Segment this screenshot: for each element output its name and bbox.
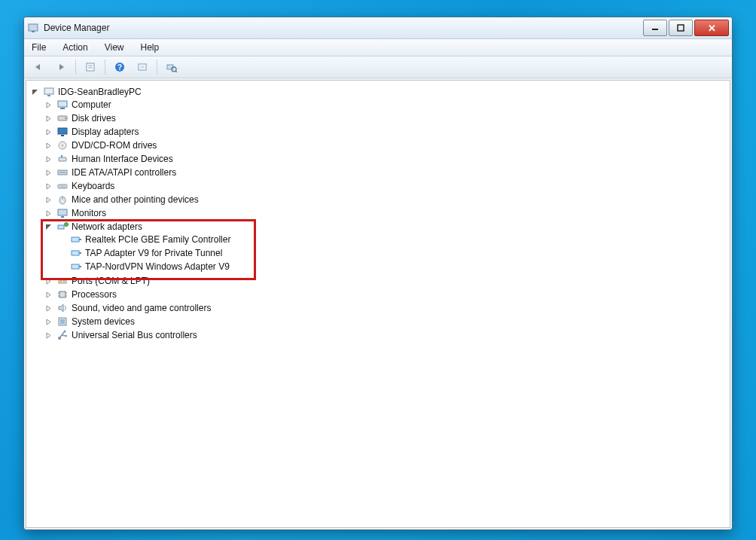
- tree-expander-icon[interactable]: [44, 291, 52, 298]
- tree-node-label: IDE ATA/ATAPI controllers: [72, 167, 176, 178]
- toolbar-back-button[interactable]: [29, 58, 48, 76]
- tree-node-label: Processors: [72, 289, 117, 300]
- tree-category-node[interactable]: Disk drives: [44, 112, 727, 124]
- close-button[interactable]: ✕: [694, 20, 729, 36]
- toolbar: ?: [24, 56, 732, 78]
- tree-node-label: Ports (COM & LPT): [72, 276, 150, 286]
- network-adapter-icon: [70, 247, 82, 259]
- tree-node-label: Realtek PCIe GBE Family Controller: [85, 234, 230, 245]
- svg-line-56: [62, 335, 66, 336]
- tree-node-label: TAP Adapter V9 for Private Tunnel: [85, 248, 222, 258]
- svg-rect-0: [29, 24, 38, 31]
- tree-device-node[interactable]: TAP Adapter V9 for Private Tunnel: [58, 247, 727, 259]
- tree-expander-icon[interactable]: [44, 304, 52, 312]
- tree-expander-icon[interactable]: [44, 142, 52, 149]
- network-adapter-icon: [70, 233, 82, 246]
- svg-rect-16: [58, 101, 67, 107]
- tree-expander-icon[interactable]: [44, 277, 52, 285]
- menubar: File Action View Help: [24, 39, 732, 56]
- svg-line-13: [175, 71, 177, 72]
- menu-help[interactable]: Help: [138, 41, 163, 54]
- computer-icon: [43, 86, 55, 98]
- tree-expander-icon[interactable]: [44, 318, 52, 325]
- maximize-button[interactable]: [669, 20, 693, 36]
- tree-category-node[interactable]: IDE ATA/ATAPI controllers: [44, 166, 727, 178]
- tree-device-node[interactable]: Realtek PCIe GBE Family Controller: [58, 233, 727, 246]
- device-category-icon: [56, 126, 69, 138]
- tree-category-node[interactable]: Mice and other pointing devices: [44, 194, 727, 206]
- toolbar-separator: [105, 59, 105, 75]
- tree-expander-icon[interactable]: [44, 155, 52, 163]
- device-category-icon: [56, 139, 69, 151]
- tree-root-node[interactable]: IDG-SeanBradleyPC: [31, 86, 727, 98]
- tree-expander-icon[interactable]: [44, 169, 52, 176]
- svg-rect-1: [32, 31, 35, 32]
- tree-expander-icon[interactable]: [44, 223, 52, 230]
- tree-expander-icon[interactable]: [44, 114, 52, 122]
- tree-category-node[interactable]: Display adapters: [44, 126, 727, 138]
- toolbar-help-button[interactable]: ?: [110, 58, 130, 76]
- tree-expander-icon[interactable]: [44, 128, 52, 136]
- tree-category-node[interactable]: Keyboards: [44, 180, 727, 192]
- tree-node-label: Keyboards: [72, 181, 114, 191]
- menu-view[interactable]: View: [102, 41, 127, 54]
- tree-expander-icon[interactable]: [44, 209, 52, 217]
- svg-rect-37: [72, 237, 79, 242]
- tree-expander-icon[interactable]: [44, 182, 52, 190]
- device-tree: IDG-SeanBradleyPCComputerDisk drivesDisp…: [29, 85, 727, 343]
- minimize-button[interactable]: [643, 20, 667, 36]
- toolbar-forward-button[interactable]: [51, 58, 71, 76]
- tree-category-node[interactable]: Network adapters: [44, 221, 727, 233]
- network-adapter-icon: [70, 261, 82, 273]
- tree-node-label: Computer: [72, 99, 111, 110]
- device-category-icon: [56, 180, 69, 192]
- svg-rect-46: [59, 291, 66, 297]
- svg-point-55: [64, 331, 66, 333]
- device-category-icon: [56, 329, 69, 341]
- device-tree-pane[interactable]: IDG-SeanBradleyPCComputerDisk drivesDisp…: [26, 80, 730, 528]
- tree-spacer: [58, 236, 66, 243]
- tree-category-node[interactable]: DVD/CD-ROM drives: [44, 139, 727, 151]
- window-controls: ✕: [643, 20, 729, 36]
- svg-rect-35: [58, 225, 64, 229]
- tree-expander-icon[interactable]: [44, 331, 52, 339]
- toolbar-properties-button[interactable]: [81, 58, 100, 76]
- tree-category-node[interactable]: Monitors: [44, 207, 727, 219]
- device-category-icon: [56, 166, 69, 178]
- app-icon: [27, 22, 39, 34]
- tree-node-label: Disk drives: [72, 113, 116, 124]
- tree-expander-icon[interactable]: [31, 88, 38, 96]
- device-category-icon: [56, 153, 69, 165]
- svg-rect-38: [79, 239, 81, 240]
- tree-category-node[interactable]: System devices: [44, 316, 727, 328]
- device-manager-window: Device Manager ✕ File Action View Help ?…: [23, 17, 733, 530]
- tree-expander-icon[interactable]: [44, 196, 52, 203]
- tree-node-label: TAP-NordVPN Windows Adapter V9: [85, 261, 230, 272]
- toolbar-scan-button[interactable]: [133, 58, 152, 76]
- device-category-icon: [56, 302, 69, 314]
- tree-category-node[interactable]: Computer: [44, 99, 727, 111]
- tree-node-label: Mice and other pointing devices: [72, 194, 199, 205]
- svg-point-23: [62, 145, 64, 147]
- tree-category-node[interactable]: Processors: [44, 288, 727, 301]
- tree-expander-icon[interactable]: [44, 101, 52, 108]
- device-category-icon: [56, 207, 69, 219]
- tree-category-node[interactable]: Human Interface Devices: [44, 153, 727, 165]
- tree-node-label: Human Interface Devices: [72, 154, 173, 164]
- svg-rect-40: [79, 252, 81, 254]
- tree-category-node[interactable]: Universal Serial Bus controllers: [44, 329, 727, 341]
- tree-node-label: IDG-SeanBradleyPC: [58, 87, 142, 97]
- device-category-icon: [56, 99, 69, 111]
- tree-category-node[interactable]: Sound, video and game controllers: [44, 302, 727, 314]
- svg-rect-52: [60, 319, 65, 324]
- svg-rect-25: [61, 155, 62, 157]
- menu-action[interactable]: Action: [59, 41, 90, 54]
- tree-category-node[interactable]: Ports (COM & LPT): [44, 275, 727, 287]
- menu-file[interactable]: File: [29, 41, 49, 54]
- tree-device-node[interactable]: TAP-NordVPN Windows Adapter V9: [58, 261, 727, 273]
- titlebar[interactable]: Device Manager ✕: [24, 17, 732, 39]
- svg-rect-57: [66, 335, 67, 337]
- toolbar-refresh-button[interactable]: [162, 58, 181, 76]
- svg-point-44: [60, 280, 62, 282]
- tree-node-label: Network adapters: [72, 221, 142, 232]
